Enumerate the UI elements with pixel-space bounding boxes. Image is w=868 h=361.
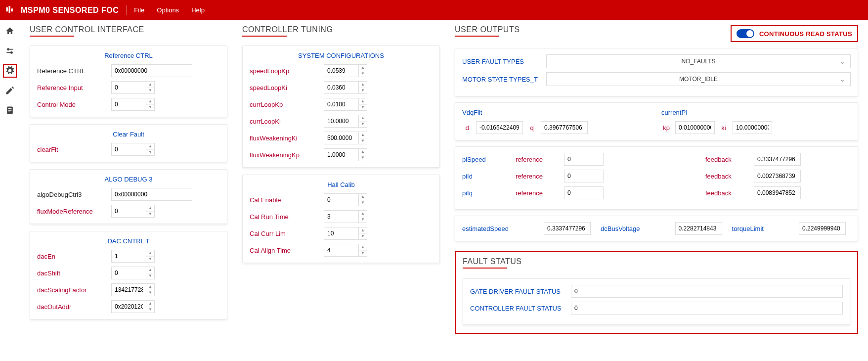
ti-logo-icon xyxy=(5,4,17,16)
header-bar: MSPM0 SENSORED FOC File Options Help xyxy=(0,0,868,20)
divider xyxy=(126,5,127,15)
app-title: MSPM0 SENSORED FOC xyxy=(21,6,119,15)
menu-help[interactable]: Help xyxy=(191,6,205,14)
menu-options[interactable]: Options xyxy=(157,6,179,14)
menu-file[interactable]: File xyxy=(134,6,144,14)
